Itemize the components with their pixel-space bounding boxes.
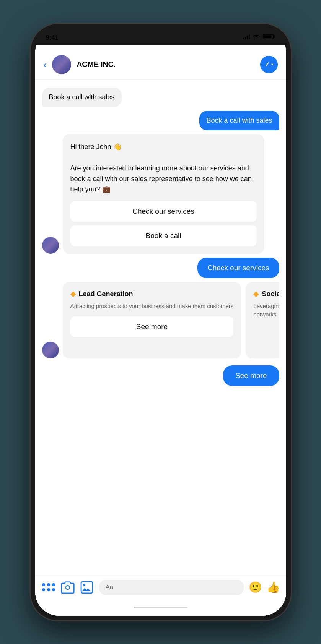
chat-name: ACME INC. bbox=[77, 60, 254, 69]
see-more-button-1[interactable]: See more bbox=[70, 316, 234, 337]
bubble-sent-1: Book a call with sales bbox=[199, 111, 279, 130]
chat-header: ‹ ACME INC. ✓ ▾ bbox=[35, 50, 286, 80]
bot-avatar bbox=[42, 237, 59, 254]
home-indicator bbox=[35, 603, 286, 616]
phone-body: 9:41 bbox=[31, 24, 291, 620]
thumbs-up-button[interactable]: 👍 bbox=[267, 581, 280, 594]
social-desc: Leveraging networks bbox=[253, 302, 276, 319]
service-card-social-partial: ◆ Social Leveraging networks bbox=[246, 282, 279, 358]
signal-bars-icon bbox=[243, 34, 250, 39]
sent-check-services: Check our services bbox=[197, 258, 279, 278]
check-services-button[interactable]: Check our services bbox=[70, 201, 257, 222]
camera-icon bbox=[60, 580, 75, 595]
back-button[interactable]: ‹ bbox=[44, 60, 47, 70]
grid-dots-icon bbox=[42, 583, 55, 591]
camera-button[interactable] bbox=[60, 580, 75, 595]
status-icons bbox=[243, 34, 275, 39]
avatar bbox=[52, 55, 71, 74]
bot-message-card: Hi there John 👋Are you interested in lea… bbox=[63, 134, 264, 254]
photo-button[interactable] bbox=[80, 580, 94, 595]
diamond-icon-1: ◆ bbox=[70, 290, 76, 298]
menu-button[interactable] bbox=[41, 580, 56, 595]
status-time: 9:41 bbox=[46, 34, 59, 42]
bot-message-row: Hi there John 👋Are you interested in lea… bbox=[42, 134, 279, 254]
checkmark-icon: ✓ bbox=[265, 61, 270, 68]
sent-see-more: See more bbox=[223, 362, 279, 386]
svg-point-0 bbox=[83, 584, 85, 586]
bot-text: Hi there John 👋Are you interested in lea… bbox=[70, 142, 257, 195]
home-bar bbox=[134, 607, 187, 608]
see-more-pill[interactable]: See more bbox=[223, 365, 279, 386]
battery-icon bbox=[263, 34, 275, 39]
action-button[interactable]: ✓ ▾ bbox=[260, 56, 278, 73]
social-title: ◆ Social bbox=[253, 290, 276, 298]
bot-avatar-2 bbox=[42, 342, 59, 358]
service-card-lead-gen: ◆ Lead Generation Attracting prospects t… bbox=[63, 282, 241, 358]
cards-scroll: ◆ Lead Generation Attracting prospects t… bbox=[63, 282, 279, 358]
wifi-icon bbox=[253, 34, 260, 39]
chat-messages: Book a call with sales Book a call with … bbox=[35, 80, 286, 575]
screen-content: ‹ ACME INC. ✓ ▾ Book a call with sales bbox=[35, 50, 286, 616]
service-cards-row: ◆ Lead Generation Attracting prospects t… bbox=[42, 282, 279, 358]
status-bar: 9:41 bbox=[35, 29, 286, 50]
phone-frame: 9:41 bbox=[0, 0, 321, 644]
phone-screen: 9:41 bbox=[35, 29, 286, 616]
lead-gen-desc: Attracting prospects to your business an… bbox=[70, 302, 234, 310]
diamond-icon-2: ◆ bbox=[253, 290, 259, 298]
emoji-button[interactable]: 🙂 bbox=[249, 581, 262, 594]
book-a-call-button[interactable]: Book a call bbox=[70, 225, 257, 246]
lead-gen-title: ◆ Lead Generation bbox=[70, 290, 234, 298]
message-input[interactable] bbox=[99, 580, 244, 595]
received-message-1: Book a call with sales bbox=[42, 88, 122, 107]
photo-icon bbox=[80, 580, 94, 595]
input-bar: 🙂 👍 bbox=[35, 575, 286, 603]
bubble-received-1: Book a call with sales bbox=[42, 88, 122, 107]
check-services-pill[interactable]: Check our services bbox=[197, 258, 279, 278]
sent-message-1: Book a call with sales bbox=[199, 111, 279, 130]
chevron-down-icon: ▾ bbox=[271, 62, 273, 67]
